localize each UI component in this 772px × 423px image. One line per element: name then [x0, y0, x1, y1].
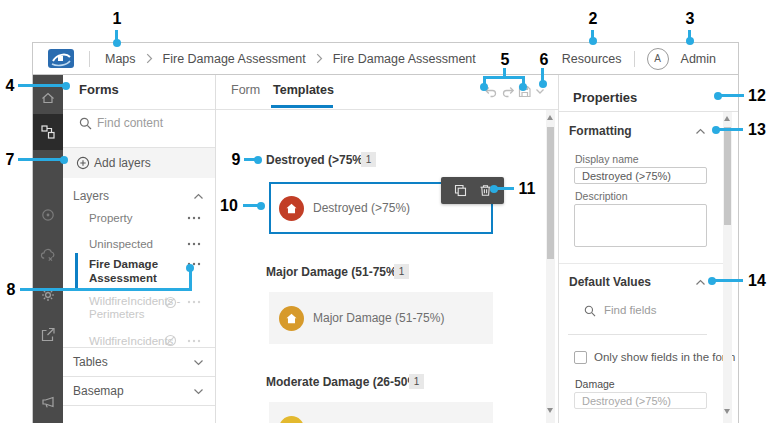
callout-dot	[62, 82, 70, 90]
damage-default-value-input[interactable]	[574, 392, 707, 409]
home-icon[interactable]	[40, 90, 56, 106]
admin-menu[interactable]: Admin	[681, 52, 716, 66]
callout-number-14: 14	[745, 271, 769, 291]
layers-section-header[interactable]: Layers	[73, 189, 109, 203]
ellipsis-menu-icon[interactable]	[187, 216, 201, 220]
callout-dot	[589, 37, 597, 45]
chevron-down-icon[interactable]	[193, 388, 204, 395]
properties-panel-border	[558, 75, 559, 423]
formatting-section-header[interactable]: Formatting	[569, 124, 632, 138]
layer-item-wildfire-incidents[interactable]: WildfireIncidents	[89, 335, 173, 347]
save-menu-chevron-down-icon[interactable]	[535, 88, 545, 95]
only-show-fields-checkbox[interactable]	[574, 351, 587, 364]
callout-number-6: 6	[532, 50, 556, 70]
section-divider	[559, 263, 723, 264]
scrollbar-down-arrow[interactable]	[547, 408, 553, 413]
scrollbar-up-arrow[interactable]	[547, 115, 553, 120]
divider	[568, 334, 707, 335]
avatar-initial: A	[654, 53, 661, 64]
search-icon	[79, 117, 92, 130]
tab-templates[interactable]: Templates	[273, 83, 334, 97]
scrollbar-thumb[interactable]	[547, 127, 554, 259]
callout-number-8: 8	[0, 280, 23, 300]
callout-number-9: 9	[224, 150, 248, 170]
ellipsis-menu-icon[interactable]	[187, 339, 201, 343]
callout-line	[18, 84, 64, 87]
display-name-input[interactable]	[574, 167, 707, 184]
callout-line	[719, 128, 743, 131]
display-name-label: Display name	[575, 153, 639, 165]
chevron-down-icon[interactable]	[193, 359, 204, 366]
callout-dot	[60, 156, 68, 164]
header-divider	[634, 51, 635, 67]
breadcrumb-maps[interactable]: Maps	[105, 52, 136, 66]
template-card-label: Destroyed (>75%)	[313, 201, 410, 215]
template-count-badge: 1	[409, 374, 424, 389]
layer-item-fire-damage-assessment[interactable]: Fire Damage Assessment	[89, 257, 181, 285]
ellipsis-menu-icon[interactable]	[187, 300, 201, 304]
ellipsis-menu-icon[interactable]	[187, 242, 201, 246]
divider	[63, 109, 215, 110]
callout-dot	[480, 83, 488, 91]
tab-form[interactable]: Form	[231, 83, 260, 97]
template-group-title-destroyed: Destroyed (>75%)	[266, 153, 367, 167]
tables-section-header[interactable]: Tables	[73, 355, 108, 369]
callout-line	[497, 187, 514, 190]
properties-panel-title: Properties	[573, 90, 637, 105]
announcements-icon[interactable]	[40, 394, 56, 410]
breadcrumb: Maps Fire Damage Assessment Fire Damage …	[105, 43, 476, 74]
callout-number-1: 1	[105, 9, 129, 29]
template-group-title-major: Major Damage (51-75%)	[266, 265, 401, 279]
screenshot-canvas: Maps Fire Damage Assessment Fire Damage …	[0, 0, 772, 423]
redo-icon[interactable]	[501, 84, 516, 99]
callout-line	[18, 158, 62, 161]
damage-field-label: Damage	[575, 378, 615, 390]
chevron-up-icon[interactable]	[193, 193, 204, 200]
chevron-up-icon[interactable]	[695, 279, 706, 286]
forms-icon[interactable]	[40, 124, 56, 140]
breadcrumb-chevron-icon	[316, 53, 323, 64]
find-content-input[interactable]: Find content	[97, 116, 163, 130]
scrollbar-up-arrow[interactable]	[724, 116, 730, 121]
callout-line	[243, 204, 258, 207]
callout-number-7: 7	[0, 150, 22, 170]
chevron-up-icon[interactable]	[695, 128, 706, 135]
default-values-section-header[interactable]: Default Values	[569, 275, 651, 289]
avatar[interactable]: A	[647, 48, 669, 70]
forms-panel-title: Forms	[79, 82, 119, 97]
breadcrumb-map-name[interactable]: Fire Damage Assessment	[163, 52, 306, 66]
sharing-icon[interactable]	[40, 327, 56, 343]
callout-line	[483, 76, 525, 79]
scrollbar-thumb[interactable]	[724, 127, 731, 225]
callout-dot	[113, 39, 121, 47]
selected-layer-indicator	[75, 253, 78, 289]
callout-line	[721, 94, 744, 97]
breadcrumb-form-name: Fire Damage Assessment	[333, 52, 476, 66]
header-divider	[89, 51, 90, 67]
template-card-moderate[interactable]	[269, 402, 493, 423]
scrollbar-down-arrow[interactable]	[724, 409, 730, 414]
divider	[63, 376, 215, 377]
layer-item-property[interactable]: Property	[89, 212, 132, 224]
geofences-icon[interactable]	[40, 207, 56, 223]
app-header: Maps Fire Damage Assessment Fire Damage …	[33, 43, 738, 75]
callout-number-10: 10	[217, 196, 241, 216]
breadcrumb-chevron-icon	[146, 53, 153, 64]
description-textarea[interactable]	[574, 204, 707, 247]
template-count-badge: 1	[361, 152, 376, 167]
duplicate-icon[interactable]	[454, 184, 467, 197]
callout-line	[20, 288, 192, 291]
callout-number-3: 3	[678, 9, 702, 29]
divider	[63, 405, 215, 406]
offline-maps-icon[interactable]	[40, 248, 56, 264]
divider	[216, 109, 558, 110]
callout-number-2: 2	[581, 9, 605, 29]
search-icon	[584, 305, 596, 317]
resources-link[interactable]: Resources	[562, 52, 622, 66]
basemap-section-header[interactable]: Basemap	[73, 384, 124, 398]
esri-logo-icon[interactable]	[48, 49, 74, 68]
layer-item-uninspected[interactable]: Uninspected	[89, 238, 153, 250]
destroyed-symbol-icon	[279, 196, 304, 221]
callout-number-4: 4	[0, 76, 22, 96]
find-fields-input[interactable]: Find fields	[604, 304, 656, 316]
